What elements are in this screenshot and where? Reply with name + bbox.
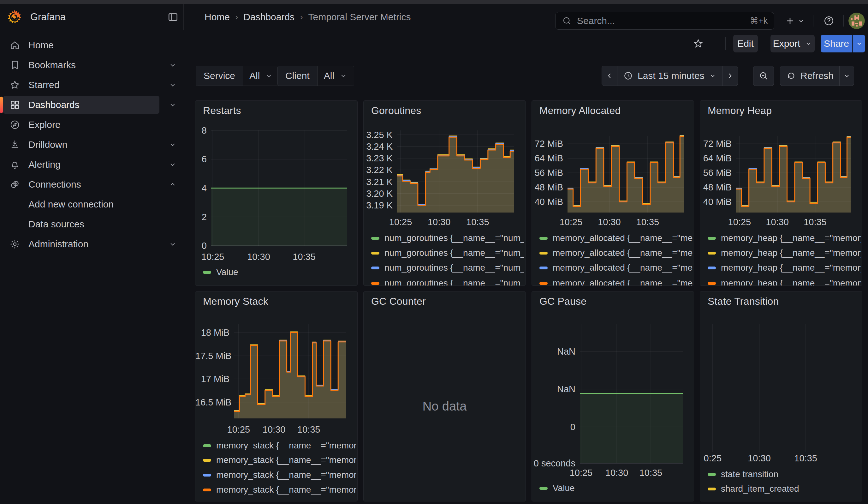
panel-title[interactable]: Memory Allocated [539, 105, 621, 116]
chevron-down-icon [709, 72, 716, 80]
breadcrumb-separator: › [235, 12, 238, 22]
filter-service: ServiceAll [196, 66, 280, 86]
chart-plot-area[interactable] [211, 131, 347, 246]
sidebar-item-explore[interactable]: Explore [0, 116, 184, 134]
legend-item[interactable]: memory_allocated {__name__="memo [539, 278, 693, 286]
panel-title[interactable]: Memory Stack [203, 296, 268, 307]
panel-title[interactable]: Memory Heap [707, 105, 772, 116]
legend-item[interactable]: memory_allocated {__name__="memo [539, 248, 693, 258]
y-axis-tick: 3.23 K [364, 154, 393, 163]
sidebar-item-label: Home [28, 40, 54, 51]
breadcrumb-item[interactable]: Home [205, 12, 230, 22]
legend-item[interactable]: memory_heap {__name__="memory_h [707, 263, 861, 273]
breadcrumb-item[interactable]: Dashboards [244, 12, 294, 22]
legend-item[interactable]: num_goroutines {__name__="num_go [371, 233, 524, 243]
clock-icon [623, 71, 633, 81]
chevron-down-icon [339, 72, 348, 80]
chevron-down-icon[interactable] [168, 240, 177, 248]
filter-client-value[interactable]: All [317, 66, 354, 85]
legend-item[interactable]: num_goroutines {__name__="num_go [371, 248, 524, 258]
breadcrumb: Home›Dashboards›Temporal Server Metrics [205, 4, 411, 30]
time-range-picker[interactable]: Last 15 minutes [617, 66, 722, 85]
sidebar-item-label: Dashboards [28, 100, 80, 110]
legend-item[interactable]: shard_item_created [707, 484, 861, 494]
sidebar-item-label: Add new connection [28, 199, 114, 210]
chart-plot-area[interactable] [234, 324, 346, 419]
legend-item[interactable]: Value [539, 483, 693, 493]
share-menu-button[interactable] [852, 35, 865, 52]
user-avatar[interactable] [848, 13, 865, 29]
chart-plot-area[interactable] [701, 324, 862, 452]
help-icon[interactable] [821, 12, 837, 30]
legend-item[interactable]: memory_stack {__name__="memory_s [203, 485, 356, 495]
sidebar-item-dashboards[interactable]: Dashboards [0, 96, 184, 114]
search-input[interactable] [576, 15, 750, 27]
y-axis-tick: 0 seconds [532, 459, 576, 468]
chart-plot-area[interactable] [397, 131, 514, 213]
legend-item[interactable]: memory_stack {__name__="memory_s [203, 455, 356, 465]
sidebar-item-administration[interactable]: Administration [0, 235, 184, 253]
chevron-down-icon[interactable] [168, 101, 177, 109]
search-icon [562, 16, 572, 26]
add-new-button[interactable] [782, 12, 807, 30]
chart-plot-area[interactable] [568, 136, 684, 213]
y-axis-tick: 3.25 K [364, 130, 393, 140]
legend-series-color [539, 252, 548, 255]
sidebar-item-bookmarks[interactable]: Bookmarks [0, 56, 184, 74]
chevron-down-icon[interactable] [168, 161, 177, 169]
chevron-down-icon[interactable] [168, 61, 177, 69]
dock-sidebar-icon[interactable] [165, 10, 180, 25]
refresh-button[interactable]: Refresh [780, 66, 839, 85]
legend-item[interactable]: memory_stack {__name__="memory_s [203, 441, 356, 451]
time-forward-button[interactable] [722, 66, 738, 85]
sidebar-item-add-new-connection[interactable]: Add new connection [0, 195, 184, 213]
panel-title[interactable]: Goroutines [371, 105, 421, 116]
legend-item[interactable]: num_goroutines {__name__="num_go [371, 278, 524, 286]
search-box[interactable]: ⌘+k [555, 12, 774, 30]
filter-service-value[interactable]: All [243, 66, 279, 85]
y-axis-tick: 8 [195, 126, 207, 135]
y-axis-tick: 64 MiB [532, 154, 563, 163]
chart-plot-area[interactable] [736, 136, 851, 213]
sidebar-item-connections[interactable]: Connections [0, 176, 184, 193]
legend-series-label: memory_stack {__name__="memory_s [216, 441, 356, 451]
panel-restarts: Restarts0246810:2510:3010:35Value [195, 101, 358, 286]
sidebar-item-starred[interactable]: Starred [0, 76, 184, 94]
refresh-interval-button[interactable] [839, 66, 854, 85]
panel-title[interactable]: Restarts [203, 105, 241, 116]
panel-title[interactable]: GC Counter [371, 296, 426, 307]
favorite-star-icon[interactable] [691, 35, 706, 52]
sidebar-item-home[interactable]: Home [0, 36, 184, 54]
legend-item[interactable]: memory_heap {__name__="memory_h [707, 248, 861, 258]
chevron-down-icon[interactable] [168, 81, 177, 89]
legend-item[interactable]: state transition [707, 469, 861, 480]
panel-title[interactable]: State Transition [707, 296, 779, 307]
edit-button[interactable]: Edit [733, 35, 758, 52]
chevron-up-icon[interactable] [168, 180, 177, 188]
legend-item[interactable]: memory_heap {__name__="memory_h [707, 278, 861, 286]
legend-item[interactable]: memory_allocated {__name__="memo [539, 233, 693, 243]
chart-plot-area[interactable] [580, 324, 683, 463]
legend-item[interactable]: memory_heap {__name__="memory_h [707, 233, 861, 243]
export-button[interactable]: Export [771, 35, 815, 52]
active-indicator [0, 96, 3, 113]
sidebar-item-data-sources[interactable]: Data sources [0, 215, 184, 233]
legend-item[interactable]: num_goroutines {__name__="num_go [371, 263, 524, 273]
time-back-button[interactable] [602, 66, 617, 85]
chevron-down-icon[interactable] [168, 141, 177, 149]
panel-title[interactable]: GC Pause [539, 296, 587, 307]
legend-series-label: memory_heap {__name__="memory_h [721, 278, 861, 286]
zoom-out-button[interactable] [753, 66, 774, 86]
share-button[interactable]: Share [821, 35, 852, 52]
legend-series-color [371, 252, 379, 255]
gear-icon [9, 239, 20, 249]
sidebar-item-alerting[interactable]: Alerting [0, 156, 184, 173]
legend-item[interactable]: memory_allocated {__name__="memo [539, 263, 693, 273]
panel-state-transition: State Transition0:2510:3010:35state tran… [700, 291, 862, 502]
legend-item[interactable]: memory_stack {__name__="memory_s [203, 470, 356, 480]
legend-series-label: memory_heap {__name__="memory_h [721, 263, 861, 273]
legend-series-label: memory_stack {__name__="memory_s [216, 470, 356, 480]
y-axis-tick: 17 MiB [195, 374, 229, 384]
sidebar-item-drilldown[interactable]: Drilldown [0, 136, 184, 154]
legend-item[interactable]: Value [203, 267, 356, 277]
